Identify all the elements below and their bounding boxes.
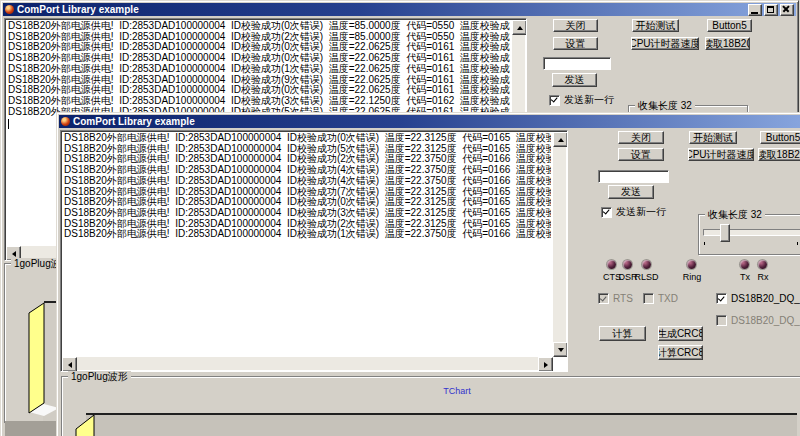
send-input[interactable] — [543, 57, 611, 70]
slider-tick — [797, 242, 798, 245]
dq-cts-checkbox[interactable]: DS18B20_DQ_CTS — [716, 315, 800, 326]
dq-dtr-label: DS18B20_DQ_DTR — [731, 293, 800, 304]
window-controls — [748, 4, 796, 16]
log-line: DS18B20外部电源供电! ID:2853DAD100000004 ID校验成… — [8, 64, 510, 75]
scroll-up-button[interactable] — [512, 20, 527, 35]
checkbox-checked-icon — [549, 95, 560, 106]
checkbox-unchecked-icon — [716, 315, 727, 326]
collect-length-label: 收集长度 32 — [705, 209, 765, 220]
maximize-button[interactable] — [764, 4, 778, 16]
rts-label: RTS — [613, 293, 633, 304]
send-newline-checkbox[interactable]: 发送新一行 — [549, 93, 614, 107]
rx-led — [758, 260, 767, 269]
inner-waveform-chart — [63, 403, 797, 436]
send-input[interactable] — [598, 170, 669, 183]
start-test-button[interactable]: 开始测试 — [689, 131, 737, 144]
inner-log-listbox[interactable]: DS18B20外部电源供电! ID:2853DAD100000004 ID校验成… — [60, 130, 568, 372]
inner-window: ComPort Library example DS18B20外部电源供电! I… — [56, 112, 800, 436]
app-icon — [61, 117, 70, 126]
cpu-timer-button[interactable]: CPU计时器速度 — [688, 148, 754, 161]
inner-log-lines: DS18B20外部电源供电! ID:2853DAD100000004 ID校验成… — [64, 133, 551, 355]
send-button[interactable]: 发送 — [608, 185, 654, 199]
bar-series-yellow — [29, 303, 44, 413]
send-newline-label: 发送新一行 — [564, 93, 614, 107]
arrow-up-icon — [558, 138, 564, 142]
collect-length-group: 收集长度 32 — [698, 214, 800, 255]
desktop: { "outer_window": { "title": "ComPort Li… — [0, 0, 800, 436]
scroll-down-button[interactable] — [553, 342, 568, 357]
log-line: DS18B20外部电源供电! ID:2853DAD100000004 ID校验成… — [64, 229, 551, 240]
inner-waveform-label: 1goPlug波形 — [68, 371, 131, 382]
collect-length-label: 收集长度 32 — [635, 100, 695, 111]
rlsd-label: RLSD — [633, 272, 660, 282]
checkbox-checked-icon — [598, 293, 609, 304]
close-button[interactable]: 关闭 — [553, 19, 598, 32]
inner-window-title: ComPort Library example — [73, 115, 195, 128]
scroll-up-button[interactable] — [553, 132, 568, 147]
chart-wall — [86, 415, 797, 436]
rlsd-led — [642, 260, 651, 269]
inner-horizontal-scrollbar[interactable] — [62, 357, 553, 370]
minimize-button[interactable] — [748, 4, 762, 16]
button5[interactable]: Button5 — [707, 19, 752, 32]
ring-led — [687, 260, 696, 269]
rx-label: Rx — [752, 272, 774, 282]
cts-led — [607, 260, 616, 269]
ring-label: Ring — [678, 272, 706, 282]
read-18b20-button[interactable]: 读取18B20 — [758, 148, 800, 161]
read-18b20-button[interactable]: 读取18B20 — [705, 37, 750, 50]
arrow-right-icon — [544, 362, 548, 368]
close-button-window[interactable] — [780, 4, 794, 16]
start-test-button[interactable]: 开始测试 — [632, 19, 679, 32]
checkbox-checked-icon — [716, 293, 727, 304]
maximize-icon — [767, 6, 774, 13]
arrow-left-icon — [68, 362, 72, 368]
dq-dtr-checkbox[interactable]: DS18B20_DQ_DTR — [716, 293, 800, 304]
collect-length-slider-track[interactable] — [703, 229, 800, 236]
arrow-up-icon — [517, 26, 523, 30]
outer-titlebar[interactable]: ComPort Library example — [3, 3, 796, 16]
tx-led — [740, 260, 749, 269]
settings-button[interactable]: 设置 — [618, 148, 664, 161]
checkbox-checked-icon — [601, 207, 612, 218]
close-button[interactable]: 关闭 — [618, 131, 664, 144]
checkbox-unchecked-icon — [643, 293, 654, 304]
outer-window-title: ComPort Library example — [17, 3, 139, 16]
txd-checkbox[interactable]: TXD — [643, 293, 678, 304]
bar-series-yellow — [76, 415, 94, 436]
scroll-right-button[interactable] — [538, 357, 553, 372]
inner-vertical-scrollbar[interactable] — [553, 132, 566, 357]
rts-checkbox[interactable]: RTS — [598, 293, 633, 304]
calc-button[interactable]: 计算 — [599, 326, 646, 341]
gen-crc8-button[interactable]: 生成CRC8 — [658, 326, 703, 341]
send-button[interactable]: 发送 — [552, 73, 597, 87]
settings-button[interactable]: 设置 — [553, 37, 598, 50]
dq-cts-label: DS18B20_DQ_CTS — [731, 315, 800, 326]
arrow-left-icon — [12, 251, 16, 257]
dsr-led — [623, 260, 632, 269]
collect-length-slider-thumb[interactable] — [720, 224, 730, 242]
tchart-title: TChart — [187, 386, 727, 396]
button5[interactable]: Button5 — [760, 131, 800, 144]
app-icon — [5, 5, 14, 14]
txd-label: TXD — [658, 293, 678, 304]
arrow-down-icon — [558, 348, 564, 352]
send-newline-label: 发送新一行 — [616, 205, 666, 219]
minimize-icon — [751, 12, 758, 14]
log-line: DS18B20外部电源供电! ID:2853DAD100000004 ID校验成… — [64, 176, 551, 187]
calc-crc8-button[interactable]: 计算CRC8 — [658, 345, 703, 360]
cpu-timer-button[interactable]: CPU计时器速度 — [631, 37, 699, 50]
text-caret — [8, 119, 9, 129]
send-newline-checkbox[interactable]: 发送新一行 — [601, 205, 666, 219]
scroll-left-button[interactable] — [62, 357, 77, 372]
inner-titlebar[interactable]: ComPort Library example — [59, 115, 800, 128]
close-icon — [781, 5, 793, 15]
slider-tick — [704, 242, 705, 245]
